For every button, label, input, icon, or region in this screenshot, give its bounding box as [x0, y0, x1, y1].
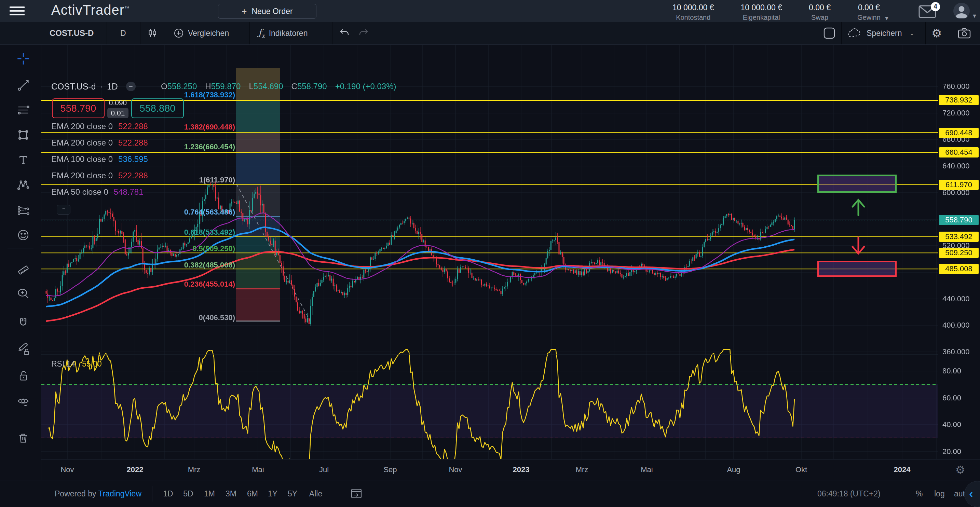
menu-icon[interactable] — [10, 6, 25, 15]
hide-all-tool-icon[interactable] — [16, 395, 30, 408]
stat-swap: 0.00 €Swap — [809, 3, 830, 22]
indicator-legend-row: EMA 100 close 0536.595 — [51, 154, 148, 164]
stat-gewinn[interactable]: 0.00 €Gewinn▼ — [858, 3, 881, 22]
sell-button[interactable]: 558.790 — [52, 99, 105, 118]
price-tick: 360.000 — [942, 348, 970, 356]
range-button-1d[interactable]: 1D — [163, 489, 173, 499]
fib-level-label: 0.618(533.492) — [51, 228, 235, 237]
avatar-caret-icon[interactable]: ▼ — [972, 13, 977, 19]
bottom-toolbar: Powered by TradingView 1D5D1M3M6M1Y5YAll… — [0, 480, 980, 507]
zoom-in-tool-icon[interactable] — [16, 287, 30, 300]
chevron-left-icon: ‹ — [969, 487, 973, 500]
fib-level-label: 0.382(485.008) — [51, 261, 235, 270]
time-tick: Mrz — [576, 465, 589, 474]
magnet-tool-icon[interactable] — [16, 316, 30, 330]
save-button[interactable]: Speichern ⌄ — [848, 22, 915, 45]
legend-collapse-button[interactable]: − — [126, 82, 136, 91]
fib-level-label: 0.764(563.486) — [51, 208, 235, 216]
range-button-5d[interactable]: 5D — [183, 489, 193, 499]
price-tick: 40.00 — [942, 420, 961, 429]
stat-eigenkapital: 10 000.00 €Eigenkapital — [741, 3, 783, 22]
layout-button[interactable] — [823, 22, 836, 45]
range-button-alle[interactable]: Alle — [309, 489, 322, 499]
indicator-legend-row: EMA 50 close 0548.781 — [51, 187, 143, 197]
undo-icon — [340, 29, 350, 38]
percent-scale-button[interactable]: % — [916, 489, 923, 499]
pane-collapse-button[interactable]: ⌃ — [57, 205, 70, 215]
lock-all-tool-icon[interactable] — [16, 369, 30, 383]
stat-kontostand: 10 000.00 €Kontostand — [673, 3, 714, 22]
trend-line-tool-icon[interactable] — [16, 79, 30, 92]
spread: 0.090 0.01 — [107, 99, 129, 118]
ruler-tool-icon[interactable] — [16, 263, 30, 277]
screenshot-button[interactable] — [958, 22, 971, 45]
price-tick: 720.000 — [942, 109, 970, 118]
text-tool-icon[interactable] — [16, 153, 30, 167]
gear-icon: ⚙ — [931, 26, 942, 40]
chart-canvas[interactable] — [0, 0, 980, 507]
compare-button[interactable]: Vergleichen — [173, 22, 229, 45]
emoji-tool-icon[interactable] — [16, 228, 30, 242]
time-tick: 2022 — [127, 465, 143, 474]
undo-button[interactable] — [340, 22, 350, 45]
chevron-down-icon: ▼ — [884, 15, 889, 22]
range-button-3m[interactable]: 3M — [226, 489, 237, 499]
price-badge: 509.250 — [939, 248, 978, 258]
price-tick: 440.000 — [942, 294, 970, 304]
range-button-1m[interactable]: 1M — [204, 489, 215, 499]
log-scale-button[interactable]: log — [934, 489, 945, 499]
time-tick: Nov — [449, 465, 462, 474]
candles-icon — [148, 28, 157, 38]
time-tick: Okt — [795, 465, 807, 474]
time-axis-gear-icon[interactable]: ⚙ — [955, 463, 965, 476]
drawing-toolbar — [0, 45, 41, 480]
indicators-button[interactable]: ƒx Indikatoren — [258, 22, 307, 45]
sidebar-divider — [8, 248, 33, 248]
settings-button[interactable]: ⚙ — [931, 22, 942, 45]
tradingview-link[interactable]: TradingView — [98, 489, 142, 498]
draw-lock-tool-icon[interactable] — [16, 342, 30, 356]
time-tick: Jul — [319, 465, 329, 474]
time-tick: Sep — [383, 465, 397, 474]
time-tick: Aug — [727, 465, 740, 474]
time-tick: Mai — [252, 465, 264, 474]
price-badge: 611.970 — [939, 180, 978, 190]
camera-icon — [958, 27, 971, 39]
clock[interactable]: 06:49:18 (UTC+2) — [817, 489, 881, 499]
fib-level-label: 0(406.530) — [51, 313, 235, 322]
ohlc-values: O558.250 H559.870 L554.690 C558.790 +0.1… — [161, 82, 396, 91]
interval-button[interactable]: D — [120, 22, 126, 45]
price-badge: 558.790 — [939, 215, 978, 225]
avatar[interactable] — [953, 3, 970, 19]
price-axis[interactable]: 760.000720.000680.000640.000600.000520.0… — [938, 45, 980, 480]
legend-symbol: COST.US-d — [51, 82, 96, 92]
plus-icon: + — [242, 6, 247, 17]
price-badge: 660.454 — [939, 147, 978, 157]
xabcd-pattern-tool-icon[interactable] — [16, 178, 30, 192]
chart-type-button[interactable] — [148, 22, 157, 45]
time-axis[interactable]: ⚙ Nov2022MrzMaiJulSepNov2023MrzMaiAugOkt… — [0, 459, 980, 480]
layout-icon — [823, 27, 836, 40]
sidebar-divider — [8, 307, 33, 307]
time-tick: Mrz — [188, 465, 200, 474]
crosshair-tool-icon[interactable] — [16, 52, 30, 65]
time-tick: 2023 — [513, 465, 530, 474]
forecast-tool-icon[interactable] — [16, 203, 30, 216]
price-badge: 690.448 — [939, 128, 978, 138]
new-order-button[interactable]: + Neue Order — [218, 4, 317, 19]
time-tick: Nov — [60, 465, 74, 474]
symbol-button[interactable]: COST.US-D — [49, 22, 94, 45]
redo-button[interactable] — [358, 22, 368, 45]
time-tick: Mai — [641, 465, 653, 474]
range-button-6m[interactable]: 6M — [247, 489, 258, 499]
range-button-1y[interactable]: 1Y — [268, 489, 277, 499]
rectangle-tool-icon[interactable] — [16, 128, 30, 142]
horizontal-lines-tool-icon[interactable] — [16, 103, 30, 117]
range-button-5y[interactable]: 5Y — [288, 489, 297, 499]
trash-tool-icon[interactable] — [16, 431, 30, 445]
price-badge: 533.492 — [939, 232, 978, 242]
buy-button[interactable]: 558.880 — [131, 99, 184, 118]
chart-toolbar: COST.US-D D Vergleichen ƒx Indikatoren — [0, 22, 980, 45]
cloud-icon — [848, 28, 862, 39]
goto-date-button[interactable] — [351, 488, 362, 499]
